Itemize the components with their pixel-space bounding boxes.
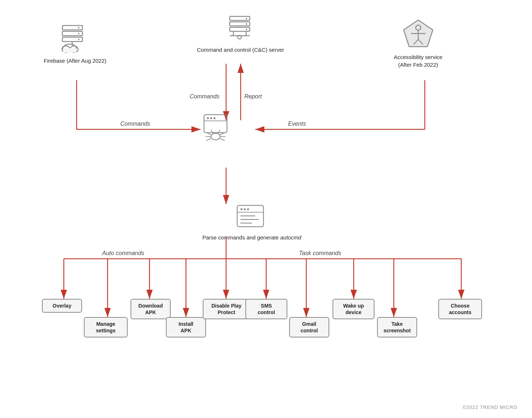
svg-rect-51 [204, 115, 227, 133]
disable-play-protect-box: Disable PlayProtect [203, 299, 250, 319]
svg-point-38 [246, 18, 247, 19]
manage-settings-box: Managesettings [84, 317, 128, 337]
wake-up-device-box: Wake updevice [333, 299, 374, 319]
svg-point-68 [247, 208, 249, 210]
malware-node [202, 113, 235, 146]
svg-rect-34 [63, 48, 76, 52]
svg-point-66 [240, 208, 242, 210]
diagram: Commands Report Commands Events Auto com… [0, 0, 532, 418]
parse-icon [236, 202, 268, 231]
svg-point-52 [207, 117, 209, 119]
malware-icon [202, 113, 235, 146]
firebase-label: Firebase (After Aug 2022) [44, 57, 106, 65]
firebase-icon [59, 22, 92, 55]
accessibility-label: Accessibility service(After Feb 2022) [394, 53, 442, 69]
cnc-server-icon [226, 15, 255, 44]
svg-line-59 [206, 138, 211, 140]
svg-text:Commands: Commands [120, 121, 150, 127]
svg-point-28 [78, 33, 79, 34]
cnc-node: Command and control (C&C) server [197, 15, 284, 54]
cnc-label: Command and control (C&C) server [197, 46, 284, 54]
firebase-node: Firebase (After Aug 2022) [44, 22, 106, 65]
choose-accounts-box: Chooseaccounts [438, 299, 482, 319]
install-apk-box: InstallAPK [166, 317, 206, 337]
svg-point-56 [211, 133, 220, 140]
svg-point-39 [246, 23, 247, 25]
svg-text:Commands: Commands [190, 93, 220, 99]
svg-point-67 [244, 208, 245, 210]
take-screenshot-box: Takescreenshot [377, 317, 417, 337]
accessibility-icon [402, 18, 435, 51]
svg-point-27 [78, 27, 79, 28]
svg-point-40 [246, 29, 247, 30]
parse-label: Parse commands and generate autocmd [202, 234, 301, 241]
svg-point-29 [78, 39, 79, 40]
download-apk-box: DownloadAPK [131, 299, 171, 319]
svg-point-54 [214, 117, 215, 119]
svg-line-62 [220, 138, 225, 140]
overlay-box: Overlay [42, 299, 82, 313]
copyright: ©2022 TREND MICRO [462, 405, 517, 410]
svg-text:Report: Report [244, 93, 262, 99]
svg-text:Task commands: Task commands [299, 250, 341, 256]
parse-node: Parse commands and generate autocmd [202, 202, 301, 241]
gmail-control-box: Gmailcontrol [289, 317, 329, 337]
svg-text:Events: Events [288, 121, 306, 127]
svg-point-53 [210, 117, 212, 119]
sms-control-box: SMScontrol [245, 299, 287, 319]
accessibility-node: Accessibility service(After Feb 2022) [394, 18, 442, 69]
svg-text:Auto commands: Auto commands [102, 250, 144, 256]
